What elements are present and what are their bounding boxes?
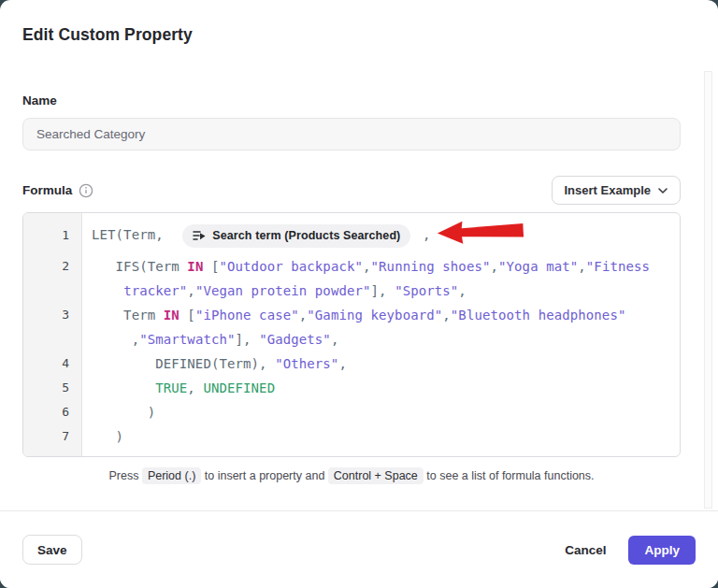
- edit-custom-property-dialog: Edit Custom Property Name Searched Categ…: [0, 0, 718, 588]
- line-number: 3: [23, 303, 81, 327]
- event-property-cursor-icon: [193, 230, 206, 241]
- code-line: tracker","Vegan protein powder"], "Sport…: [23, 279, 680, 303]
- code-text: DEFINED(Term), "Others",: [81, 351, 347, 376]
- name-input[interactable]: Searched Category: [22, 118, 681, 151]
- insert-example-label: Insert Example: [565, 183, 652, 197]
- formula-editor[interactable]: 1LET(Term, Search term (Products Searche…: [22, 212, 681, 457]
- hint-text: to insert a property and: [205, 469, 325, 482]
- code-text: ,"Smartwatch"], "Gadgets",: [81, 327, 338, 351]
- scrollbar[interactable]: [704, 71, 712, 509]
- code-line: 2 IFS(Term IN ["Outdoor backpack","Runni…: [23, 254, 680, 279]
- property-token-chip[interactable]: Search term (Products Searched): [182, 224, 410, 248]
- code-line: 6 ): [23, 400, 680, 424]
- dialog-body: Name Searched Category Formula Insert Ex…: [0, 93, 718, 482]
- code-line: 4 DEFINED(Term), "Others",: [23, 351, 680, 376]
- code-text: ): [81, 424, 123, 449]
- line-number: [23, 279, 81, 303]
- property-token-label: Search term (Products Searched): [212, 223, 400, 248]
- code-text: tracker","Vegan protein powder"], "Sport…: [81, 279, 467, 303]
- hint-text: to see a list of formula functions.: [426, 469, 594, 482]
- formula-header: Formula Insert Example: [22, 176, 681, 205]
- apply-button[interactable]: Apply: [628, 536, 696, 565]
- kbd-control-space: Control + Space: [328, 467, 424, 484]
- chevron-down-icon: [658, 188, 668, 194]
- line-number: 5: [23, 376, 81, 400]
- save-button[interactable]: Save: [22, 535, 82, 565]
- code-line: 7 ): [23, 424, 680, 449]
- code-text: LET(Term, Search term (Products Searched…: [81, 220, 524, 251]
- code-line: 5 TRUE, UNDEFINED: [23, 376, 680, 400]
- code-text: ): [81, 400, 155, 424]
- info-icon[interactable]: [79, 183, 93, 198]
- code-text: TRUE, UNDEFINED: [81, 376, 275, 400]
- line-number: 2: [23, 254, 81, 279]
- line-number: [23, 327, 81, 351]
- line-number: 1: [23, 223, 81, 248]
- kbd-period: Period (.): [142, 467, 201, 484]
- formula-hint: Press Period (.) to insert a property an…: [22, 469, 681, 482]
- line-number: 7: [23, 424, 81, 449]
- name-label: Name: [22, 93, 681, 108]
- code-text: Term IN ["iPhone case","Gaming keyboard"…: [81, 303, 625, 327]
- code-line: ,"Smartwatch"], "Gadgets",: [23, 327, 680, 351]
- formula-label: Formula: [22, 183, 72, 197]
- code-line: 3 Term IN ["iPhone case","Gaming keyboar…: [23, 303, 680, 327]
- code-line: 1LET(Term, Search term (Products Searche…: [23, 220, 680, 251]
- red-arrow-annotation-icon: [438, 218, 524, 252]
- dialog-title: Edit Custom Property: [22, 25, 696, 45]
- code-text: IFS(Term IN ["Outdoor backpack","Running…: [81, 254, 650, 279]
- cancel-button[interactable]: Cancel: [565, 543, 606, 557]
- insert-example-button[interactable]: Insert Example: [552, 176, 682, 205]
- line-number: 6: [23, 400, 81, 424]
- dialog-footer: Save Cancel Apply: [0, 510, 718, 588]
- name-input-value: Searched Category: [36, 127, 145, 141]
- line-number: 4: [23, 351, 81, 376]
- hint-text: Press: [108, 469, 138, 482]
- formula-code: 1LET(Term, Search term (Products Searche…: [23, 220, 680, 449]
